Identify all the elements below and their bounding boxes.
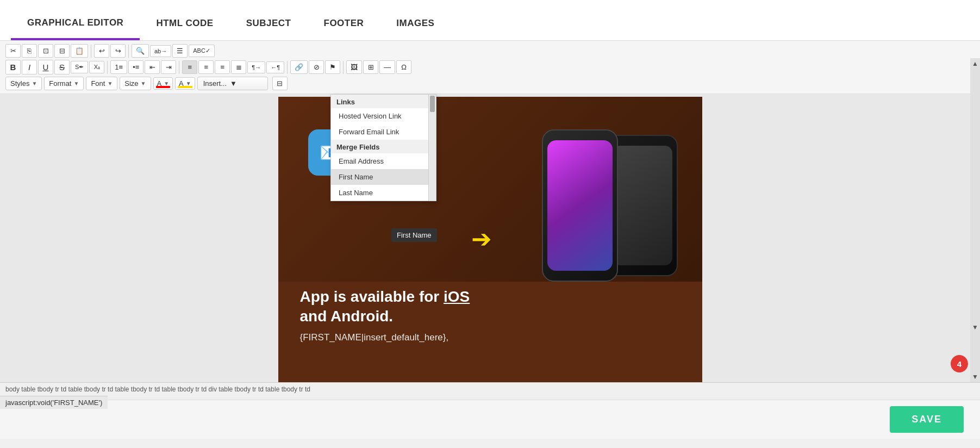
format-label: Format [49,79,71,88]
first-name-tooltip: First Name [391,228,437,242]
anchor-button[interactable]: ⚑ [325,60,340,74]
select-all-button[interactable]: ☰ [172,44,188,58]
size-dropdown[interactable]: Size ▼ [120,77,151,90]
underline-button[interactable]: U [38,60,53,74]
main-scrollbar: ▲ ▼ [970,58,980,333]
toolbar-row-2: B I U S S✒ X₂ 1≡ •≡ ⇤ ⇥ ≡ ≡ ≡ ≣ ¶→ ←¶ 🔗 … [5,60,975,74]
bg-color-dropdown[interactable]: A ▼ [175,77,195,90]
toolbar-area: ✂ ⎘ ⊡ ⊟ 📋 ↩ ↪ 🔍 ab→ ☰ ABC✓ B I U S S✒ X₂… [0,41,980,94]
paste-button[interactable]: ⊡ [38,44,53,58]
tab-subject[interactable]: SUBJECT [230,8,308,40]
link-button[interactable]: 🔗 [290,60,308,74]
menu-item-forward-email[interactable]: Forward Email Link [331,124,436,140]
redo-button[interactable]: ↪ [110,44,126,58]
status-bar: body table tbody tr td table tbody tr td… [0,382,980,400]
size-arrow-icon: ▼ [141,80,146,86]
toolbar-row-1: ✂ ⎘ ⊡ ⊟ 📋 ↩ ↪ 🔍 ab→ ☰ ABC✓ [5,44,975,58]
separator-5 [287,61,288,74]
source-button[interactable]: ⊟ [272,77,288,90]
menu-item-email-address[interactable]: Email Address [331,153,436,169]
image-button[interactable]: 🖼 [346,60,362,74]
align-justify-button[interactable]: ≣ [231,60,246,74]
ordered-list-button[interactable]: 1≡ [110,60,127,74]
unordered-list-button[interactable]: •≡ [128,60,143,74]
tab-graphical-editor[interactable]: GRAPHICAL EDITOR [11,8,140,40]
strikethrough-button[interactable]: S [54,60,70,74]
styles-arrow-icon: ▼ [32,80,37,86]
ios-text: iOS [444,288,470,305]
menu-item-hosted-version[interactable]: Hosted Version Link [331,108,436,124]
tab-footer[interactable]: FOOTER [308,8,380,40]
bottom-url-bar: javascript:void('FIRST_NAME') [0,396,108,409]
top-tabs-bar: GRAPHICAL EDITOR HTML CODE SUBJECT FOOTE… [0,0,980,41]
menu-section-links: Links [331,95,436,108]
separator-1 [91,45,91,58]
styles-label: Styles [10,79,29,88]
editor-canvas: 📧 ➔ ➔ App is available for iOSand Androi… [0,94,980,382]
align-left-button[interactable]: ≡ [182,60,197,74]
font-arrow-icon: ▼ [107,80,113,86]
menu-item-last-name[interactable]: Last Name [331,185,436,201]
separator-2 [128,45,129,58]
merge-field-display: {FIRST_NAME|insert_default_here}, [300,329,681,343]
superscript-button[interactable]: X₂ [89,61,104,73]
table-button[interactable]: ⊞ [363,60,378,74]
find-button[interactable]: 🔍 [132,44,149,58]
outdent-button[interactable]: ⇤ [145,60,160,74]
replace-button[interactable]: ab→ [150,45,171,57]
phone-screen-2 [613,146,672,265]
format-arrow-icon: ▼ [73,80,79,86]
ltr-button[interactable]: ¶→ [247,61,265,73]
scroll-down-arrow[interactable]: ▼ [970,371,980,382]
bg-color-bar [178,86,192,88]
separator-4 [179,61,179,74]
copy-button[interactable]: ⎘ [22,44,37,58]
styles-dropdown[interactable]: Styles ▼ [5,77,42,90]
dropdown-row: Styles ▼ Format ▼ Font ▼ Size ▼ A ▼ A ▼ … [5,77,975,94]
subscript-button[interactable]: S✒ [71,61,88,73]
paste-text-button[interactable]: ⊟ [54,44,70,58]
tab-images[interactable]: IMAGES [380,8,451,40]
cut-button[interactable]: ✂ [5,44,21,58]
insert-arrow-icon: ▼ [230,79,237,88]
separator-6 [343,61,344,74]
font-color-bar [156,86,171,88]
insert-menu: Links Hosted Version Link Forward Email … [330,94,436,201]
phones-area [534,102,686,282]
tab-html-code[interactable]: HTML CODE [140,8,229,40]
menu-section-merge: Merge Fields [331,140,436,153]
size-label: Size [124,79,138,88]
paste-word-button[interactable]: 📋 [71,44,88,58]
email-headline: App is available for iOSand Android. [300,282,681,329]
undo-button[interactable]: ↩ [94,44,109,58]
rtl-button[interactable]: ←¶ [266,61,284,73]
save-button[interactable]: SAVE [890,406,964,433]
align-right-button[interactable]: ≡ [215,60,230,74]
bold-button[interactable]: B [5,60,21,74]
insert-label: Insert... [203,79,227,88]
bottom-bar: SAVE [0,400,980,439]
phone-front [542,129,618,282]
menu-scrollbar-thumb [430,96,435,112]
insert-dropdown[interactable]: Insert... ▼ [197,77,268,90]
format-dropdown[interactable]: Format ▼ [44,77,84,90]
email-text-area: App is available for iOSand Android. {FI… [278,282,702,351]
phone-screen [547,140,613,271]
font-dropdown[interactable]: Font ▼ [86,77,117,90]
main-scroll-up[interactable]: ▲ [970,58,980,69]
special-char-button[interactable]: Ω [396,60,411,74]
indent-button[interactable]: ⇥ [161,60,176,74]
italic-button[interactable]: I [22,60,37,74]
font-label: Font [91,79,105,88]
menu-item-first-name[interactable]: First Name [331,169,436,185]
hr-button[interactable]: — [379,60,395,74]
main-scroll-down[interactable]: ▼ [970,322,980,333]
separator-3 [107,61,108,74]
notification-badge[interactable]: 4 [951,355,968,372]
yellow-arrow-2: ➔ [471,225,492,253]
unlink-button[interactable]: ⊘ [309,60,324,74]
font-color-dropdown[interactable]: A ▼ [153,77,173,90]
menu-scrollbar-track [428,95,436,201]
spellcheck-button[interactable]: ABC✓ [189,45,215,57]
align-center-button[interactable]: ≡ [198,60,214,74]
